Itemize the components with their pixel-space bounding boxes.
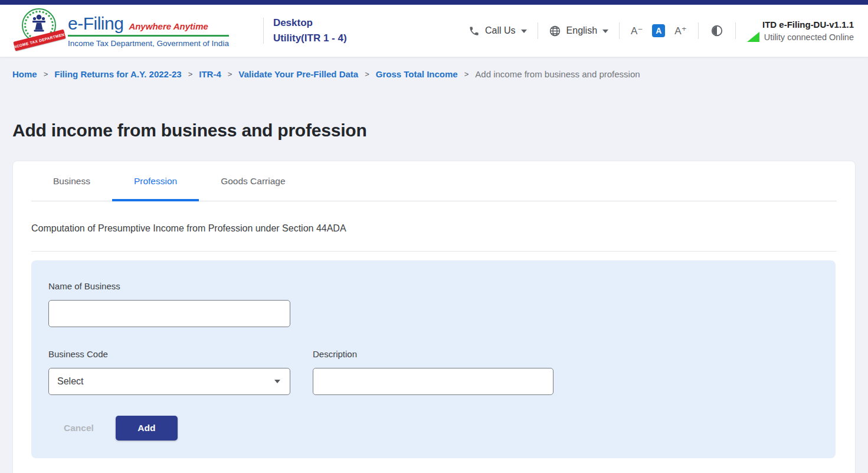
language-menu[interactable]: English — [549, 25, 608, 37]
brand-tagline: Anywhere Anytime — [129, 21, 208, 31]
logo-underline — [68, 35, 229, 37]
cancel-button[interactable]: Cancel — [64, 423, 94, 433]
breadcrumb-gross-total-income[interactable]: Gross Total Income — [376, 69, 458, 79]
content-card: Business Profession Goods Carriage Compu… — [12, 161, 856, 473]
breadcrumb-current: Add income from business and profession — [475, 69, 640, 79]
chevron-down-icon — [274, 380, 280, 383]
contrast-icon — [710, 24, 723, 37]
font-size-controls: A⁻ A A⁺ — [631, 24, 687, 37]
top-accent-bar — [0, 0, 868, 5]
section-heading: Computation of Presumptive Income from P… — [31, 223, 837, 234]
section-divider — [31, 251, 837, 252]
name-of-business-label: Name of Business — [48, 281, 836, 291]
breadcrumb-separator: > — [228, 70, 232, 79]
connection-signal-icon — [747, 32, 759, 42]
font-increase-button[interactable]: A⁺ — [674, 25, 686, 37]
contrast-toggle-button[interactable] — [710, 24, 723, 37]
connection-status: Utility connected Online — [764, 32, 854, 42]
breadcrumb-filing-returns[interactable]: Filing Returns for A.Y. 2022-23 — [54, 69, 181, 79]
breadcrumb-separator: > — [44, 70, 48, 79]
form-actions: Cancel Add — [48, 416, 836, 441]
header-divider — [263, 18, 264, 44]
app-header: INCOME TAX DEPARTMENT e-Filing Anywhere … — [0, 0, 868, 57]
page-title: Add income from business and profession — [12, 120, 868, 141]
logo-subtitle: Income Tax Department, Government of Ind… — [68, 39, 229, 48]
utility-version-block: ITD e-Filing-DU-v1.1.1 Utility connected… — [747, 19, 854, 42]
globe-icon — [549, 25, 561, 37]
language-label: English — [566, 25, 597, 36]
efiling-logo: e-Filing Anywhere Anytime Income Tax Dep… — [68, 14, 229, 48]
tab-bar: Business Profession Goods Carriage — [31, 161, 837, 201]
header-divider — [538, 22, 538, 39]
description-label: Description — [313, 349, 553, 359]
app-title-line2: Utility(ITR 1 - 4) — [273, 31, 347, 46]
phone-icon — [469, 25, 480, 37]
ashoka-lion-icon — [31, 14, 47, 34]
font-default-button[interactable]: A — [652, 24, 665, 37]
breadcrumb-home[interactable]: Home — [12, 69, 37, 79]
business-code-label: Business Code — [48, 349, 290, 359]
header-divider — [619, 22, 620, 39]
brand-name: e-Filing — [68, 14, 123, 34]
breadcrumb-itr4[interactable]: ITR-4 — [199, 69, 221, 79]
description-input[interactable] — [313, 368, 553, 395]
itd-emblem-icon: INCOME TAX DEPARTMENT — [15, 8, 63, 54]
app-title: Desktop Utility(ITR 1 - 4) — [273, 15, 347, 46]
app-title-line1: Desktop — [273, 15, 347, 31]
chevron-down-icon — [602, 30, 608, 33]
call-us-menu[interactable]: Call Us — [469, 25, 527, 37]
tab-business[interactable]: Business — [31, 161, 112, 201]
tab-goods-carriage[interactable]: Goods Carriage — [199, 161, 307, 201]
name-of-business-input[interactable] — [48, 300, 290, 327]
breadcrumb-separator: > — [188, 70, 193, 79]
header-divider — [735, 22, 736, 39]
profession-form-panel: Name of Business Business Code Select De… — [31, 260, 836, 458]
add-button[interactable]: Add — [116, 416, 178, 441]
breadcrumb-separator: > — [464, 70, 469, 79]
utility-version: ITD e-Filing-DU-v1.1.1 — [762, 19, 854, 30]
tab-profession[interactable]: Profession — [112, 161, 199, 201]
business-code-select[interactable]: Select — [48, 368, 290, 395]
breadcrumb-validate-prefilled[interactable]: Validate Your Pre-Filled Data — [238, 69, 358, 79]
breadcrumb: Home > Filing Returns for A.Y. 2022-23 >… — [0, 57, 868, 79]
call-us-label: Call Us — [485, 25, 516, 36]
business-code-selected-value: Select — [57, 376, 83, 387]
breadcrumb-separator: > — [365, 70, 369, 79]
chevron-down-icon — [521, 30, 527, 33]
header-divider — [698, 22, 699, 39]
font-decrease-button[interactable]: A⁻ — [631, 25, 643, 37]
